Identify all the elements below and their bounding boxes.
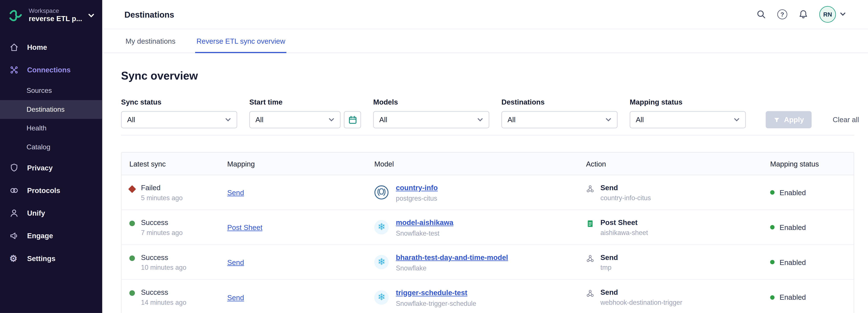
latest-sync-cell: Success 10 minutes ago bbox=[122, 253, 222, 271]
filter-destinations: Destinations All bbox=[501, 98, 617, 128]
sync-status-text: Success bbox=[141, 288, 186, 296]
user-menu[interactable]: RN bbox=[819, 6, 846, 23]
chevron-down-icon bbox=[477, 117, 483, 123]
sidebar-item-label: Unify bbox=[27, 209, 45, 217]
table-row: Success 7 minutes ago Post Sheet model-a… bbox=[122, 210, 854, 245]
mapping-status-select[interactable]: All bbox=[630, 111, 746, 128]
mapping-link[interactable]: Post Sheet bbox=[227, 223, 262, 232]
sidebar-item-privacy[interactable]: Privacy bbox=[0, 156, 102, 179]
sidebar-item-engage[interactable]: Engage bbox=[0, 224, 102, 247]
latest-sync-cell: Failed 5 minutes ago bbox=[122, 183, 222, 201]
connections-subnav: Sources Destinations Health Catalog bbox=[0, 81, 102, 156]
connections-icon bbox=[9, 65, 19, 75]
sidebar-item-destinations[interactable]: Destinations bbox=[0, 100, 102, 119]
sidebar-item-catalog[interactable]: Catalog bbox=[0, 138, 102, 156]
rudderstack-logo-icon bbox=[8, 8, 23, 23]
person-icon bbox=[9, 209, 19, 218]
snowflake-glyph bbox=[377, 222, 385, 232]
snowflake-icon bbox=[374, 255, 389, 269]
chevron-down-icon bbox=[329, 117, 335, 123]
tab-reverse-etl-sync-overview[interactable]: Reverse ETL sync overview bbox=[195, 29, 286, 53]
avatar: RN bbox=[819, 6, 836, 23]
chevron-down-icon bbox=[88, 12, 95, 19]
select-value: All bbox=[255, 116, 264, 124]
sidebar-item-health[interactable]: Health bbox=[0, 119, 102, 137]
protocols-icon bbox=[9, 186, 19, 195]
mapping-cell: Send bbox=[222, 187, 369, 197]
sidebar-item-protocols[interactable]: Protocols bbox=[0, 179, 102, 202]
app-root: Workspace reverse ETL p... Home Connecti… bbox=[0, 0, 868, 313]
mapping-link[interactable]: Send bbox=[227, 188, 244, 197]
workspace-switcher[interactable]: Workspace reverse ETL p... bbox=[0, 0, 102, 32]
model-link[interactable]: model-aishikawa bbox=[396, 218, 453, 227]
success-dot-icon bbox=[129, 220, 135, 226]
action-sub: country-info-citus bbox=[600, 194, 651, 202]
mapping-link[interactable]: Send bbox=[227, 293, 244, 302]
funnel-icon bbox=[773, 116, 780, 123]
sidebar-item-label: Protocols bbox=[27, 187, 60, 195]
mapping-status-text: Enabled bbox=[779, 188, 806, 196]
mapping-status-text: Enabled bbox=[779, 223, 806, 231]
table-row: Failed 5 minutes ago Send bbox=[122, 175, 854, 210]
action-sub: webhook-destination-trigger bbox=[600, 299, 682, 307]
table-row: Success 10 minutes ago Send bharath-test… bbox=[122, 245, 854, 280]
mapping-link[interactable]: Send bbox=[227, 258, 244, 267]
filters-bar: Sync status All Start time All bbox=[121, 98, 854, 135]
start-time-select[interactable]: All bbox=[249, 111, 341, 128]
filter-mapping-status: Mapping status All bbox=[630, 98, 746, 128]
sidebar-item-settings[interactable]: Settings bbox=[0, 247, 102, 270]
sidebar-item-connections[interactable]: Connections bbox=[0, 59, 102, 81]
tab-my-destinations[interactable]: My destinations bbox=[124, 29, 177, 53]
apply-button[interactable]: Apply bbox=[766, 111, 811, 128]
model-link[interactable]: country-info bbox=[396, 184, 438, 192]
model-link[interactable]: trigger-schedule-test bbox=[396, 288, 467, 297]
models-select[interactable]: All bbox=[373, 111, 489, 128]
sync-time: 5 minutes ago bbox=[141, 194, 183, 202]
destinations-select[interactable]: All bbox=[501, 111, 617, 128]
model-link[interactable]: bharath-test-day-and-time-model bbox=[396, 253, 508, 261]
page-title: Sync overview bbox=[121, 70, 854, 83]
page-header-title: Destinations bbox=[124, 10, 174, 19]
subnav-label: Health bbox=[27, 125, 46, 132]
action-cell: Send webhook-destination-trigger bbox=[581, 288, 765, 306]
sync-time: 7 minutes ago bbox=[141, 229, 183, 237]
help-icon[interactable] bbox=[777, 9, 787, 19]
calendar-button[interactable] bbox=[344, 111, 361, 128]
chevron-down-icon bbox=[225, 117, 231, 123]
model-sub: Snowflake bbox=[396, 264, 508, 272]
chevron-down-icon bbox=[734, 117, 740, 123]
sidebar-item-sources[interactable]: Sources bbox=[0, 81, 102, 100]
chevron-down-icon bbox=[840, 9, 846, 19]
sidebar-item-unify[interactable]: Unify bbox=[0, 202, 102, 224]
action-title: Send bbox=[600, 253, 618, 261]
mapping-status-cell: Enabled bbox=[765, 293, 854, 301]
filter-label: Destinations bbox=[501, 98, 617, 106]
latest-sync-cell: Success 7 minutes ago bbox=[122, 218, 222, 237]
enabled-dot-icon bbox=[770, 190, 775, 194]
sync-status-select[interactable]: All bbox=[121, 111, 237, 128]
snowflake-icon bbox=[374, 290, 389, 304]
action-cell: Send country-info-citus bbox=[581, 183, 765, 201]
topbar: Destinations RN bbox=[102, 0, 868, 29]
workspace-name: reverse ETL p... bbox=[29, 14, 82, 24]
sidebar-item-home[interactable]: Home bbox=[0, 36, 102, 59]
gear-icon bbox=[9, 254, 19, 263]
sync-time: 14 minutes ago bbox=[141, 299, 186, 307]
action-title: Send bbox=[600, 183, 651, 191]
sync-status-text: Success bbox=[141, 218, 183, 226]
mapping-cell: Post Sheet bbox=[222, 222, 369, 232]
filter-models: Models All bbox=[373, 98, 489, 128]
table-row: Success 14 minutes ago Send trigger-sche… bbox=[122, 280, 854, 313]
clear-all-link[interactable]: Clear all bbox=[833, 116, 859, 124]
filter-label: Start time bbox=[249, 98, 361, 106]
snowflake-glyph bbox=[377, 257, 385, 267]
subnav-label: Sources bbox=[27, 87, 52, 95]
notifications-bell-icon[interactable] bbox=[798, 9, 808, 19]
search-icon[interactable] bbox=[756, 9, 766, 19]
select-value: All bbox=[379, 116, 387, 124]
postgres-icon bbox=[374, 185, 389, 199]
success-dot-icon bbox=[129, 255, 135, 261]
sidebar-item-label: Privacy bbox=[27, 164, 53, 172]
webhook-icon bbox=[586, 254, 594, 262]
subnav-label: Destinations bbox=[27, 106, 65, 114]
